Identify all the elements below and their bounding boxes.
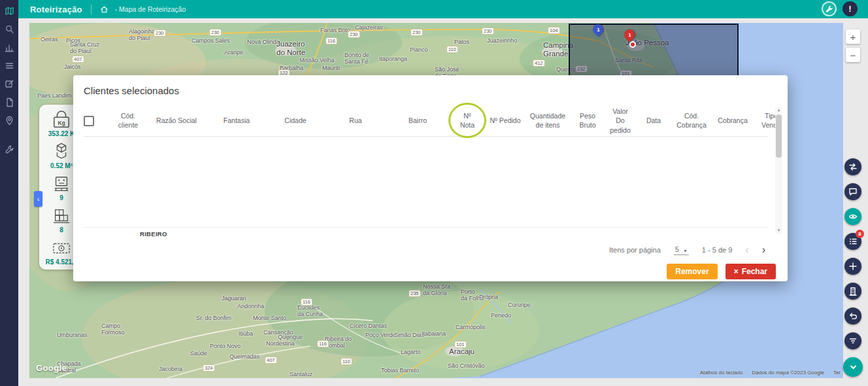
map-label: Jaguarari — [222, 295, 246, 302]
map-label: Itabaiana — [422, 330, 446, 337]
stats-collapse-button[interactable]: ‹ — [34, 191, 42, 207]
collapse-toolbar-button[interactable] — [843, 357, 863, 377]
table-column-header: Cidade — [267, 116, 324, 125]
company-button[interactable] — [844, 283, 861, 300]
select-all-cell — [84, 116, 110, 126]
road-shield-icon: 412 — [533, 60, 545, 67]
header-tools-button[interactable] — [822, 1, 837, 16]
map-label: Picos — [66, 37, 80, 44]
next-page-button[interactable]: › — [762, 245, 765, 255]
document-icon[interactable] — [5, 97, 14, 107]
map-label: Saúde — [190, 350, 207, 357]
swap-icon — [848, 162, 858, 171]
table-column-header: Cód. cliente — [110, 111, 146, 130]
table-column-header: Cobrança — [712, 116, 753, 125]
table-column-header: Fantasia — [207, 116, 267, 125]
eye-icon — [848, 212, 858, 221]
chat-button[interactable] — [844, 183, 861, 200]
road-shield-icon: 116 — [326, 37, 337, 44]
map-label: Aracaju — [449, 347, 475, 356]
volume-icon — [50, 142, 73, 162]
map-label: Farias Brito — [320, 27, 350, 33]
breadcrumb: - Mapa de Roteirização — [115, 5, 186, 13]
scroll-down-arrow-icon[interactable]: ▼ — [775, 227, 782, 234]
deliveries-icon — [50, 206, 73, 226]
table-column-header: Valor Do pedido — [604, 107, 637, 135]
table-column-header: Quantidade de itens — [524, 111, 571, 130]
table-column-header: Nº Pedido — [486, 116, 524, 125]
map-label: Quijingue — [278, 334, 303, 340]
stat-packages: 9 — [50, 174, 73, 202]
map-data-copyright: Dados do mapa ©2023 Google — [752, 370, 824, 376]
table-column-header: Data — [637, 116, 671, 125]
list-icon[interactable] — [5, 61, 14, 71]
weight-icon: Kg — [50, 110, 73, 130]
scroll-up-arrow-icon[interactable]: ▲ — [775, 107, 782, 113]
page-range-label: 1 - 5 de 9 — [702, 246, 732, 254]
wrench-icon[interactable] — [5, 145, 14, 154]
selected-clients-modal: Clientes selecionados Cód. clienteRazão … — [73, 75, 788, 281]
swap-routes-button[interactable] — [844, 158, 861, 175]
scrollbar-thumb[interactable] — [776, 114, 782, 158]
map-label: Penedo — [491, 312, 511, 319]
route-pin-icon[interactable] — [5, 116, 14, 126]
undo-icon — [848, 311, 858, 321]
close-button[interactable]: × Fechar — [726, 264, 776, 279]
map-label: Euclides da Cunha — [297, 304, 323, 318]
app-sidebar — [0, 0, 18, 386]
select-all-checkbox[interactable] — [84, 116, 94, 126]
map-label: Ponto Novo — [210, 343, 241, 349]
road-shield-icon: 101 — [454, 341, 467, 348]
map-label: Lagarto — [401, 349, 421, 355]
stat-deliveries: 8 — [50, 206, 73, 234]
road-shield-icon: 324 — [203, 364, 215, 372]
map-label: São Cristóvão — [448, 362, 485, 369]
routes-list-button[interactable]: 8 — [844, 233, 861, 250]
app-header: Roteirização - Mapa de Roteirização ! — [18, 0, 868, 18]
header-alert-button[interactable]: ! — [843, 1, 858, 16]
previous-page-button[interactable]: ‹ — [745, 245, 748, 255]
remove-button[interactable]: Remover — [667, 264, 717, 279]
road-shield-icon: 110 — [341, 358, 352, 365]
zoom-in-button[interactable]: + — [846, 29, 860, 44]
table-scrollbar[interactable]: ▲ ▼ — [775, 107, 782, 234]
map-label: Campos Sales — [192, 37, 230, 44]
edit-icon[interactable] — [5, 79, 14, 89]
table-column-headers: Cód. clienteRazão SocialFantasiaCidadeRu… — [110, 107, 790, 135]
header-divider — [91, 5, 92, 14]
money-icon — [50, 238, 73, 258]
road-shield-icon: 230 — [348, 31, 360, 38]
map-label: Patos — [454, 39, 469, 45]
table-column-header: Tipo Venda — [753, 111, 790, 130]
table-column-header: Peso Bruto — [571, 111, 604, 130]
terms-link[interactable]: Ter — [833, 370, 841, 376]
map-label: Missão Velha — [299, 57, 335, 63]
undo-button[interactable] — [844, 307, 861, 325]
table-column-header: Nº Nota — [448, 111, 486, 130]
filter-button[interactable] — [844, 332, 861, 349]
table-column-header: Bairro — [387, 116, 448, 125]
stat-weight-value: 353.22 K — [48, 130, 75, 137]
road-shield-icon: 116 — [317, 340, 329, 347]
map-label: Sr. do Bonfim — [196, 315, 231, 321]
table-column-header: Rua — [324, 116, 387, 125]
home-icon[interactable] — [100, 5, 108, 14]
map-label: Monte Santo — [253, 315, 286, 321]
zoom-out-button[interactable]: − — [846, 48, 860, 62]
road-shield-icon: 110 — [446, 46, 458, 53]
bar-chart-icon[interactable] — [5, 43, 14, 52]
routes-count-badge: 8 — [856, 230, 864, 238]
table-body-divider — [84, 227, 768, 228]
map-label: Simão Dias — [394, 332, 424, 338]
map-label: Ribeira do Pombal — [325, 336, 352, 349]
add-button[interactable] — [844, 258, 861, 275]
road-shield-icon: 230 — [482, 27, 494, 35]
map-dot-marker[interactable] — [629, 41, 636, 48]
visibility-button[interactable] — [844, 208, 861, 225]
map-icon[interactable] — [5, 6, 14, 16]
map-label: Queimadas — [229, 353, 259, 360]
search-icon[interactable] — [5, 24, 14, 34]
keyboard-shortcuts-link[interactable]: Atalhos do teclado — [700, 370, 743, 376]
page-size-select[interactable]: 5 ▼ — [674, 245, 689, 255]
map-label: Coruripe — [508, 302, 531, 308]
